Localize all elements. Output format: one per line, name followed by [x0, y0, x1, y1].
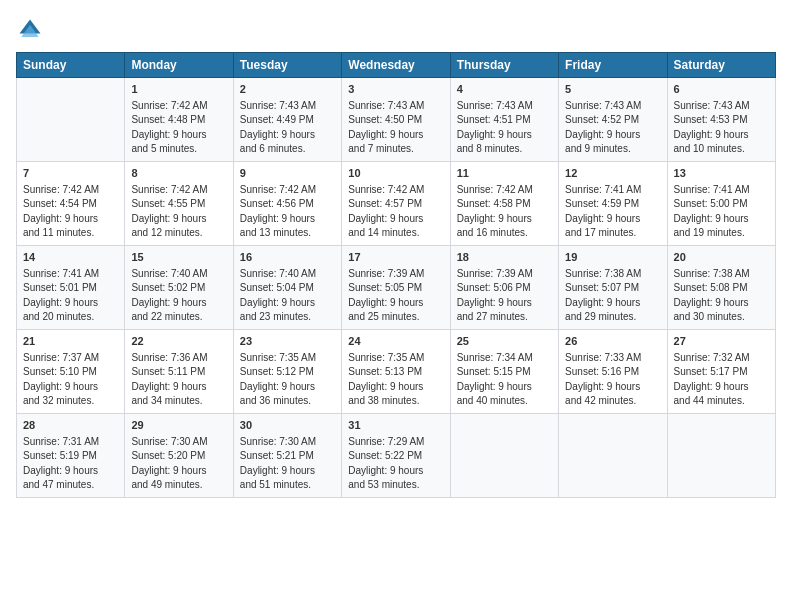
calendar-table: SundayMondayTuesdayWednesdayThursdayFrid…	[16, 52, 776, 498]
cell-content: Sunrise: 7:33 AM Sunset: 5:16 PM Dayligh…	[565, 351, 660, 409]
calendar-cell: 29Sunrise: 7:30 AM Sunset: 5:20 PM Dayli…	[125, 413, 233, 497]
day-number: 28	[23, 418, 118, 434]
day-number: 30	[240, 418, 335, 434]
header-cell-saturday: Saturday	[667, 53, 775, 78]
cell-content: Sunrise: 7:42 AM Sunset: 4:57 PM Dayligh…	[348, 183, 443, 241]
calendar-cell: 5Sunrise: 7:43 AM Sunset: 4:52 PM Daylig…	[559, 78, 667, 162]
logo-icon	[16, 16, 44, 44]
cell-content: Sunrise: 7:41 AM Sunset: 5:01 PM Dayligh…	[23, 267, 118, 325]
week-row-2: 7Sunrise: 7:42 AM Sunset: 4:54 PM Daylig…	[17, 161, 776, 245]
calendar-cell	[559, 413, 667, 497]
cell-content: Sunrise: 7:39 AM Sunset: 5:05 PM Dayligh…	[348, 267, 443, 325]
calendar-cell	[17, 78, 125, 162]
cell-content: Sunrise: 7:42 AM Sunset: 4:54 PM Dayligh…	[23, 183, 118, 241]
calendar-cell: 14Sunrise: 7:41 AM Sunset: 5:01 PM Dayli…	[17, 245, 125, 329]
header-row: SundayMondayTuesdayWednesdayThursdayFrid…	[17, 53, 776, 78]
day-number: 9	[240, 166, 335, 182]
calendar-cell: 4Sunrise: 7:43 AM Sunset: 4:51 PM Daylig…	[450, 78, 558, 162]
calendar-cell: 23Sunrise: 7:35 AM Sunset: 5:12 PM Dayli…	[233, 329, 341, 413]
cell-content: Sunrise: 7:41 AM Sunset: 5:00 PM Dayligh…	[674, 183, 769, 241]
day-number: 12	[565, 166, 660, 182]
calendar-cell	[450, 413, 558, 497]
header-cell-thursday: Thursday	[450, 53, 558, 78]
cell-content: Sunrise: 7:42 AM Sunset: 4:48 PM Dayligh…	[131, 99, 226, 157]
day-number: 24	[348, 334, 443, 350]
calendar-cell: 12Sunrise: 7:41 AM Sunset: 4:59 PM Dayli…	[559, 161, 667, 245]
header	[16, 16, 776, 44]
calendar-cell: 31Sunrise: 7:29 AM Sunset: 5:22 PM Dayli…	[342, 413, 450, 497]
cell-content: Sunrise: 7:41 AM Sunset: 4:59 PM Dayligh…	[565, 183, 660, 241]
day-number: 18	[457, 250, 552, 266]
calendar-cell: 15Sunrise: 7:40 AM Sunset: 5:02 PM Dayli…	[125, 245, 233, 329]
cell-content: Sunrise: 7:42 AM Sunset: 4:55 PM Dayligh…	[131, 183, 226, 241]
day-number: 8	[131, 166, 226, 182]
calendar-cell: 9Sunrise: 7:42 AM Sunset: 4:56 PM Daylig…	[233, 161, 341, 245]
calendar-cell: 10Sunrise: 7:42 AM Sunset: 4:57 PM Dayli…	[342, 161, 450, 245]
cell-content: Sunrise: 7:42 AM Sunset: 4:56 PM Dayligh…	[240, 183, 335, 241]
header-cell-friday: Friday	[559, 53, 667, 78]
day-number: 25	[457, 334, 552, 350]
calendar-header: SundayMondayTuesdayWednesdayThursdayFrid…	[17, 53, 776, 78]
calendar-cell: 2Sunrise: 7:43 AM Sunset: 4:49 PM Daylig…	[233, 78, 341, 162]
calendar-cell: 22Sunrise: 7:36 AM Sunset: 5:11 PM Dayli…	[125, 329, 233, 413]
calendar-cell: 6Sunrise: 7:43 AM Sunset: 4:53 PM Daylig…	[667, 78, 775, 162]
cell-content: Sunrise: 7:30 AM Sunset: 5:21 PM Dayligh…	[240, 435, 335, 493]
calendar-cell: 25Sunrise: 7:34 AM Sunset: 5:15 PM Dayli…	[450, 329, 558, 413]
day-number: 31	[348, 418, 443, 434]
day-number: 23	[240, 334, 335, 350]
day-number: 2	[240, 82, 335, 98]
day-number: 17	[348, 250, 443, 266]
day-number: 16	[240, 250, 335, 266]
day-number: 29	[131, 418, 226, 434]
cell-content: Sunrise: 7:43 AM Sunset: 4:49 PM Dayligh…	[240, 99, 335, 157]
cell-content: Sunrise: 7:35 AM Sunset: 5:13 PM Dayligh…	[348, 351, 443, 409]
week-row-3: 14Sunrise: 7:41 AM Sunset: 5:01 PM Dayli…	[17, 245, 776, 329]
day-number: 19	[565, 250, 660, 266]
day-number: 6	[674, 82, 769, 98]
header-cell-sunday: Sunday	[17, 53, 125, 78]
day-number: 20	[674, 250, 769, 266]
cell-content: Sunrise: 7:34 AM Sunset: 5:15 PM Dayligh…	[457, 351, 552, 409]
calendar-cell: 27Sunrise: 7:32 AM Sunset: 5:17 PM Dayli…	[667, 329, 775, 413]
calendar-cell: 11Sunrise: 7:42 AM Sunset: 4:58 PM Dayli…	[450, 161, 558, 245]
cell-content: Sunrise: 7:30 AM Sunset: 5:20 PM Dayligh…	[131, 435, 226, 493]
cell-content: Sunrise: 7:38 AM Sunset: 5:07 PM Dayligh…	[565, 267, 660, 325]
cell-content: Sunrise: 7:29 AM Sunset: 5:22 PM Dayligh…	[348, 435, 443, 493]
calendar-cell: 20Sunrise: 7:38 AM Sunset: 5:08 PM Dayli…	[667, 245, 775, 329]
cell-content: Sunrise: 7:35 AM Sunset: 5:12 PM Dayligh…	[240, 351, 335, 409]
calendar-cell: 17Sunrise: 7:39 AM Sunset: 5:05 PM Dayli…	[342, 245, 450, 329]
calendar-cell: 26Sunrise: 7:33 AM Sunset: 5:16 PM Dayli…	[559, 329, 667, 413]
calendar-cell: 1Sunrise: 7:42 AM Sunset: 4:48 PM Daylig…	[125, 78, 233, 162]
day-number: 10	[348, 166, 443, 182]
calendar-cell: 21Sunrise: 7:37 AM Sunset: 5:10 PM Dayli…	[17, 329, 125, 413]
cell-content: Sunrise: 7:43 AM Sunset: 4:52 PM Dayligh…	[565, 99, 660, 157]
day-number: 14	[23, 250, 118, 266]
day-number: 4	[457, 82, 552, 98]
calendar-cell: 18Sunrise: 7:39 AM Sunset: 5:06 PM Dayli…	[450, 245, 558, 329]
cell-content: Sunrise: 7:38 AM Sunset: 5:08 PM Dayligh…	[674, 267, 769, 325]
week-row-5: 28Sunrise: 7:31 AM Sunset: 5:19 PM Dayli…	[17, 413, 776, 497]
day-number: 3	[348, 82, 443, 98]
cell-content: Sunrise: 7:40 AM Sunset: 5:02 PM Dayligh…	[131, 267, 226, 325]
day-number: 13	[674, 166, 769, 182]
header-cell-wednesday: Wednesday	[342, 53, 450, 78]
day-number: 1	[131, 82, 226, 98]
cell-content: Sunrise: 7:39 AM Sunset: 5:06 PM Dayligh…	[457, 267, 552, 325]
day-number: 11	[457, 166, 552, 182]
cell-content: Sunrise: 7:43 AM Sunset: 4:51 PM Dayligh…	[457, 99, 552, 157]
cell-content: Sunrise: 7:40 AM Sunset: 5:04 PM Dayligh…	[240, 267, 335, 325]
header-cell-monday: Monday	[125, 53, 233, 78]
calendar-cell: 28Sunrise: 7:31 AM Sunset: 5:19 PM Dayli…	[17, 413, 125, 497]
cell-content: Sunrise: 7:31 AM Sunset: 5:19 PM Dayligh…	[23, 435, 118, 493]
calendar-cell: 24Sunrise: 7:35 AM Sunset: 5:13 PM Dayli…	[342, 329, 450, 413]
cell-content: Sunrise: 7:32 AM Sunset: 5:17 PM Dayligh…	[674, 351, 769, 409]
calendar-cell: 13Sunrise: 7:41 AM Sunset: 5:00 PM Dayli…	[667, 161, 775, 245]
page: SundayMondayTuesdayWednesdayThursdayFrid…	[0, 0, 792, 612]
day-number: 7	[23, 166, 118, 182]
calendar-cell: 3Sunrise: 7:43 AM Sunset: 4:50 PM Daylig…	[342, 78, 450, 162]
day-number: 5	[565, 82, 660, 98]
day-number: 21	[23, 334, 118, 350]
week-row-1: 1Sunrise: 7:42 AM Sunset: 4:48 PM Daylig…	[17, 78, 776, 162]
day-number: 26	[565, 334, 660, 350]
day-number: 22	[131, 334, 226, 350]
